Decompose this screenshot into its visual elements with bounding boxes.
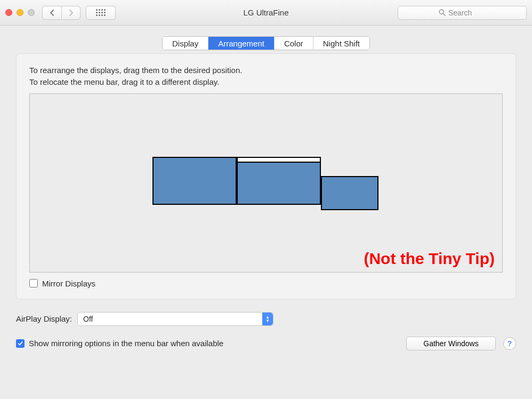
display-3[interactable] <box>321 176 378 210</box>
airplay-row: AirPlay Display: Off ▲▼ <box>16 312 516 326</box>
display-1[interactable] <box>152 157 237 205</box>
nav-group <box>42 6 80 20</box>
annotation-overlay: (Not the Tiny Tip) <box>364 250 495 268</box>
help-icon: ? <box>507 339 512 348</box>
search-icon <box>439 9 446 16</box>
grid-icon <box>96 9 106 16</box>
forward-button[interactable] <box>61 6 80 20</box>
help-button[interactable]: ? <box>503 337 516 350</box>
select-stepper-icon: ▲▼ <box>262 313 273 325</box>
tab-display[interactable]: Display <box>163 37 208 50</box>
tab-color[interactable]: Color <box>275 37 313 50</box>
window-minimize-button[interactable] <box>17 9 23 16</box>
mirror-displays-checkbox[interactable] <box>29 279 38 288</box>
tab-arrangement[interactable]: Arrangement <box>208 37 275 50</box>
show-mirroring-checkbox[interactable] <box>16 339 25 348</box>
instructions: To rearrange the displays, drag them to … <box>29 65 503 88</box>
airplay-label: AirPlay Display: <box>16 314 72 323</box>
chevron-left-icon <box>50 10 54 16</box>
instruction-line-1: To rearrange the displays, drag them to … <box>29 65 503 76</box>
show-mirroring-label: Show mirroring options in the menu bar w… <box>29 339 223 348</box>
search-field[interactable] <box>398 6 527 20</box>
checkmark-icon <box>18 341 23 346</box>
traffic-lights <box>5 9 35 16</box>
window-close-button[interactable] <box>5 9 12 16</box>
arrangement-panel: To rearrange the displays, drag them to … <box>16 53 516 299</box>
back-button[interactable] <box>42 6 61 20</box>
mirror-displays-label: Mirror Displays <box>42 279 95 288</box>
svg-line-1 <box>443 13 445 15</box>
mirror-displays-row[interactable]: Mirror Displays <box>29 279 503 288</box>
tab-bar: Display Arrangement Color Night Shift <box>162 36 370 50</box>
display-arrangement-area[interactable]: (Not the Tiny Tip) <box>29 93 503 273</box>
instruction-line-2: To relocate the menu bar, drag it to a d… <box>29 76 503 88</box>
chevron-right-icon <box>69 10 74 16</box>
window-zoom-button[interactable] <box>28 9 35 16</box>
show-mirroring-row[interactable]: Show mirroring options in the menu bar w… <box>16 339 223 348</box>
show-all-button[interactable] <box>86 6 116 20</box>
gather-windows-button[interactable]: Gather Windows <box>406 337 496 350</box>
airplay-select[interactable]: Off ▲▼ <box>77 312 273 326</box>
display-2-primary[interactable] <box>237 157 321 205</box>
menu-bar-handle[interactable] <box>238 158 320 163</box>
window-titlebar: LG UltraFine <box>0 0 532 26</box>
airplay-value: Off <box>83 315 93 323</box>
tab-night-shift[interactable]: Night Shift <box>313 37 369 50</box>
search-input[interactable] <box>448 9 486 17</box>
